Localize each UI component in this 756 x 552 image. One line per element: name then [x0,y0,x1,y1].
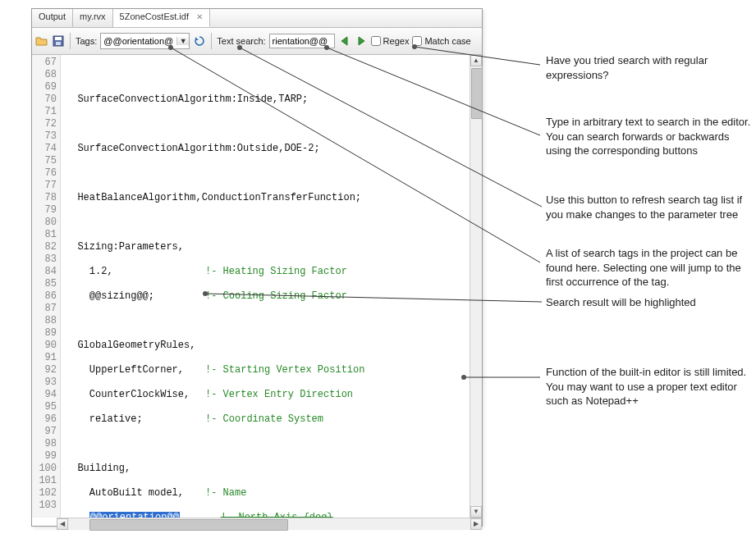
matchcase-checkbox-input[interactable] [412,36,422,46]
open-file-icon[interactable] [35,34,48,48]
tab-label: Output [39,11,66,21]
code-line [66,167,470,180]
text-search-label: Text search: [217,36,265,46]
annotation-text: Type in arbitrary text to search in the … [546,115,751,158]
scroll-up-icon[interactable]: ▲ [470,55,482,66]
matchcase-checkbox[interactable]: Match case [412,36,470,46]
code-editor[interactable]: 6768697071727374757677787980818283848586… [32,55,482,518]
text-search-input[interactable] [269,34,335,48]
code-line: SurfaceConvectionAlgorithm:Outside,DOE-2… [66,143,470,155]
code-line: SurfaceConvectionAlgorithm:Inside,TARP; [66,94,470,106]
code-line: 1.2,!- Heating Sizing Factor [66,266,470,278]
tab-myrvx[interactable]: my.rvx [73,9,113,27]
scroll-thumb[interactable] [471,68,483,119]
tab-5zonecostest[interactable]: 5ZoneCostEst.idf ✕ [113,9,210,27]
code-area[interactable]: SurfaceConvectionAlgorithm:Inside,TARP; … [61,55,470,518]
close-tab-icon[interactable]: ✕ [196,12,203,21]
vertical-scrollbar[interactable]: ▲ ▼ [470,55,482,518]
regex-checkbox[interactable]: Regex [371,36,410,46]
tags-dropdown-input[interactable] [101,34,176,48]
annotation-text: Search result will be highlighted [546,295,751,310]
regex-label: Regex [383,36,410,46]
code-line: GlobalGeometryRules, [66,340,470,352]
code-line [66,438,470,450]
tags-label: Tags: [76,36,97,46]
code-line [66,69,470,81]
code-line: UpperLeftCorner,!- Starting Vertex Posit… [66,364,470,376]
scroll-right-icon[interactable]: ▶ [470,518,482,530]
refresh-icon[interactable] [193,34,206,48]
scroll-down-icon[interactable]: ▼ [470,506,482,518]
toolbar: Tags: ▼ Text search: Regex Match case [32,28,482,55]
tags-dropdown[interactable]: ▼ [100,33,190,49]
annotation-text: A list of search tags in the project can… [546,246,751,290]
code-line: CounterClockWise,!- Vertex Entry Directi… [66,389,470,401]
search-next-icon[interactable] [355,34,368,48]
regex-checkbox-input[interactable] [371,36,381,46]
scroll-left-icon[interactable]: ◀ [57,518,68,530]
code-line [66,315,470,327]
code-line: Sizing:Parameters, [66,241,470,253]
code-line: AutoBuilt model,!- Name [66,487,470,500]
tab-label: my.rvx [80,11,106,21]
tab-bar: Output my.rvx 5ZoneCostEst.idf ✕ [32,9,482,28]
annotation-text: Function of the built-in editor is still… [546,365,751,408]
tab-output[interactable]: Output [32,9,73,27]
code-line: Building, [66,463,470,475]
tab-label: 5ZoneCostEst.idf [120,11,189,21]
save-icon[interactable] [52,34,65,48]
horizontal-scrollbar[interactable]: ◀ ▶ [57,518,482,530]
svg-rect-1 [55,37,62,40]
svg-rect-2 [56,42,61,45]
code-line: relative;!- Coordinate System [66,413,470,426]
search-highlight: @@orientation@@ [89,512,180,518]
dropdown-arrow-icon[interactable]: ▼ [176,37,189,45]
line-number-gutter: 6768697071727374757677787980818283848586… [32,55,61,518]
code-line: @@orientation@@,!- North Axis {deg} [66,512,470,518]
code-line: @@sizing@@;!- Cooling Sizing Factor [66,290,470,303]
code-line [66,217,470,229]
code-line [66,118,470,130]
editor-window: Output my.rvx 5ZoneCostEst.idf ✕ Tags: ▼… [31,8,483,527]
code-line: HeatBalanceAlgorithm,ConductionTransferF… [66,192,470,204]
annotation-text: Use this button to refresh search tag li… [546,193,751,221]
search-prev-icon[interactable] [338,34,351,48]
matchcase-label: Match case [424,36,470,46]
scroll-thumb[interactable] [89,519,288,531]
annotation-text: Have you tried search with regular expre… [546,53,751,82]
